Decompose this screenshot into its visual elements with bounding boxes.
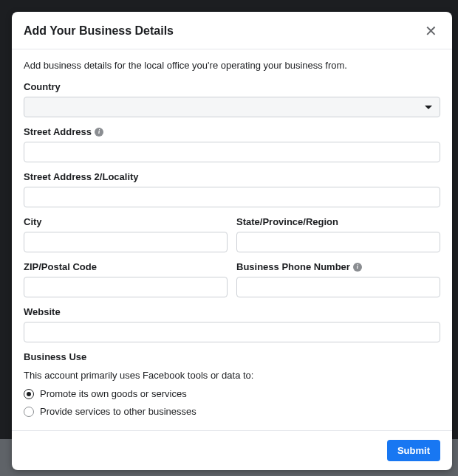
state-input[interactable] [236, 232, 440, 252]
radio-option-promote[interactable]: Promote its own goods or services [24, 388, 440, 399]
business-details-modal: Add Your Business Details ✕ Add business… [12, 12, 452, 470]
street-address-2-label: Street Address 2/Locality [24, 171, 440, 182]
city-input[interactable] [24, 232, 228, 252]
country-label: Country [24, 81, 440, 92]
modal-title: Add Your Business Details [24, 24, 174, 38]
radio-icon [24, 407, 34, 417]
street-address-input[interactable] [24, 142, 440, 162]
info-icon[interactable]: i [353, 263, 362, 272]
business-use-label: Business Use [24, 351, 440, 362]
country-select[interactable] [24, 97, 440, 117]
modal-footer: Submit [12, 430, 452, 470]
city-label: City [24, 216, 228, 227]
business-use-prompt: This account primarily uses Facebook too… [24, 370, 440, 381]
modal-body: Add business details for the local offic… [12, 49, 452, 430]
phone-input[interactable] [236, 277, 440, 297]
radio-option-provide[interactable]: Provide services to other businesses [24, 406, 440, 417]
radio-icon-selected [24, 389, 34, 399]
country-field-group: Country [24, 81, 440, 117]
intro-text: Add business details for the local offic… [24, 60, 440, 71]
radio-label: Promote its own goods or services [40, 388, 187, 399]
phone-label: Business Phone Number i [236, 261, 440, 272]
info-icon[interactable]: i [95, 128, 103, 137]
zip-input[interactable] [24, 277, 228, 297]
radio-label: Provide services to other businesses [40, 406, 196, 417]
street-address-2-input[interactable] [24, 187, 440, 207]
close-icon: ✕ [425, 23, 437, 39]
street-address-label: Street Address i [24, 126, 440, 137]
street-address-field-group: Street Address i [24, 126, 440, 162]
modal-header: Add Your Business Details ✕ [12, 12, 452, 49]
phone-field-group: Business Phone Number i [236, 261, 440, 297]
website-input[interactable] [24, 322, 440, 342]
website-field-group: Website [24, 306, 440, 342]
street-address-2-field-group: Street Address 2/Locality [24, 171, 440, 207]
close-button[interactable]: ✕ [422, 22, 440, 40]
state-field-group: State/Province/Region [236, 216, 440, 252]
zip-label: ZIP/Postal Code [24, 261, 228, 272]
caret-down-icon [425, 106, 432, 109]
city-field-group: City [24, 216, 228, 252]
website-label: Website [24, 306, 440, 317]
submit-button[interactable]: Submit [387, 440, 440, 461]
state-label: State/Province/Region [236, 216, 440, 227]
zip-field-group: ZIP/Postal Code [24, 261, 228, 297]
